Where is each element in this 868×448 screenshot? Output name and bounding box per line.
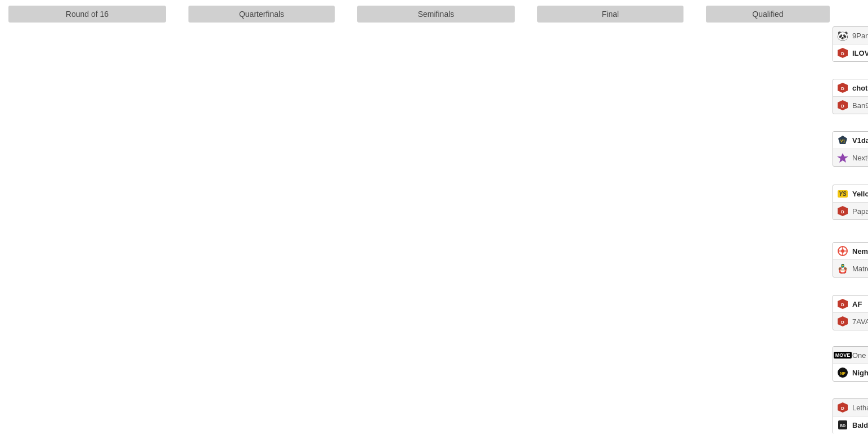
r16m4-team1-row: YS Yellow Submarine 1 (833, 185, 868, 202)
r16-match-6: D AF 1 D 7AVAGE 0 i (833, 295, 868, 330)
round-header-sf: Semifinals (357, 6, 515, 23)
r16m7-t1-icon: MOVE (836, 349, 849, 361)
svg-text:D: D (841, 104, 844, 109)
r16m1-team2-row: D ILOVESABRINA 1 i (833, 44, 868, 61)
r16m5-t2-name: Matreshka (852, 265, 868, 273)
round-header-r16: Round of 16 (8, 6, 166, 23)
r16m7-team2-row: NP Night Pulse 1 i (833, 364, 868, 381)
round-header-qf: Quarterfinals (188, 6, 335, 23)
r16m8-t1-icon: D (836, 401, 849, 414)
r16m1-t2-name: ILOVESABRINA (852, 49, 868, 57)
r16m1-t2-icon: D (836, 47, 849, 59)
svg-text:BD: BD (840, 424, 845, 428)
r16m5-team2-row: 🪆 Matreshka 0 i (833, 259, 868, 277)
svg-text:D: D (841, 209, 844, 214)
round-header-q: Qualified (706, 6, 830, 23)
r16-match-4: YS Yellow Submarine 1 D Papaya Team 0 i (833, 185, 868, 220)
r16m4-t2-name: Papaya Team (852, 207, 868, 216)
r16m4-team2-row: D Papaya Team 0 i (833, 202, 868, 219)
r16m2-team1-row: D chotr 1 (833, 79, 868, 96)
r16m3-t2-name: NextUp (852, 154, 868, 162)
r16-match-5: Nemiga Gaming 1 🪆 Matreshka 0 i (833, 242, 868, 277)
r16m5-t2-icon: 🪆 (836, 262, 849, 275)
r16m7-t2-icon: NP (836, 366, 849, 379)
r16m3-t2-icon (836, 151, 849, 164)
r16m3-t1-name: V1dar Gaming (852, 136, 868, 145)
r16m5-t1-name: Nemiga Gaming (852, 247, 868, 256)
r16m2-t1-icon: D (836, 82, 849, 94)
r16m3-t1-icon: V1 (836, 134, 849, 146)
r16m8-t1-name: Lethal Legion (852, 404, 868, 412)
svg-text:D: D (841, 302, 844, 307)
svg-text:D: D (841, 406, 844, 411)
r16-match-3: V1 V1dar Gaming 1 NextUp 0 i (833, 131, 868, 167)
r16-match-8: D Lethal Legion 0 BD Bald Dynasty 1 i (833, 398, 868, 433)
r16m2-t2-icon: D (836, 99, 849, 111)
r16-match-1: 🐼 9Pandas 0 D ILOVESABRINA 1 i (833, 26, 868, 62)
r16m8-t2-icon: BD (836, 419, 849, 431)
r16m2-t2-name: Ban9PivoSamogon (852, 101, 868, 110)
r16-match-2: D chotr 1 D Ban9PivoSamogon 0 i (833, 79, 868, 114)
svg-text:D: D (841, 51, 844, 56)
r16m1-team1-row: 🐼 9Pandas 0 (833, 27, 868, 44)
r16m2-team2-row: D Ban9PivoSamogon 0 i (833, 96, 868, 114)
r16m5-team1-row: Nemiga Gaming 1 (833, 243, 868, 259)
r16m4-t1-name: Yellow Submarine (852, 190, 868, 198)
r16m4-t1-icon: YS (836, 187, 849, 200)
r16m6-t2-icon: D (836, 315, 849, 328)
r16m6-t2-name: 7AVAGE (852, 317, 868, 326)
r16m7-t2-name: Night Pulse (852, 369, 868, 377)
r16m8-team1-row: D Lethal Legion 0 (833, 399, 868, 416)
r16m5-t1-icon (836, 245, 849, 257)
r16m6-team1-row: D AF 1 (833, 295, 868, 312)
r16-match-7: MOVE One Move 0 NP Night Pulse 1 i (833, 346, 868, 382)
r16m4-t2-icon: D (836, 205, 849, 217)
r16m8-team2-row: BD Bald Dynasty 1 i (833, 416, 868, 433)
r16m6-t1-name: AF (852, 300, 868, 308)
round-header-f: Final (537, 6, 683, 23)
r16m8-t2-name: Bald Dynasty (852, 421, 868, 429)
r16m1-t1-name: 9Pandas (852, 32, 868, 40)
r16m3-team1-row: V1 V1dar Gaming 1 (833, 132, 868, 149)
r16m3-team2-row: NextUp 0 i (833, 149, 868, 166)
r16m6-t1-icon: D (836, 298, 849, 310)
svg-text:NP: NP (840, 371, 845, 375)
r16m7-team1-row: MOVE One Move 0 (833, 347, 868, 364)
svg-text:D: D (841, 320, 844, 325)
svg-text:V1: V1 (840, 139, 845, 143)
r16m2-t1-name: chotr (852, 84, 868, 92)
r16m6-team2-row: D 7AVAGE 0 i (833, 312, 868, 330)
r16m1-t1-icon: 🐼 (836, 29, 849, 42)
r16m7-t1-name: One Move (852, 351, 868, 360)
svg-text:D: D (841, 86, 844, 91)
